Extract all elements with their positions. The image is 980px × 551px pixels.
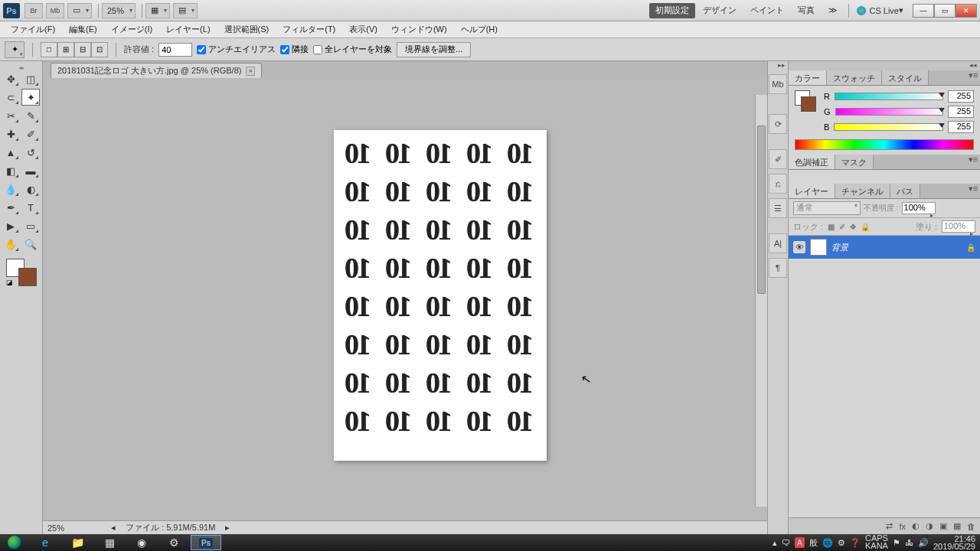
dodge-tool[interactable]: ◐ bbox=[21, 181, 40, 197]
layer-thumbnail[interactable] bbox=[810, 239, 827, 256]
menu-image[interactable]: イメージ(I) bbox=[105, 21, 158, 37]
screen-mode-dropdown[interactable]: ▭ bbox=[67, 3, 92, 18]
ime-icon2[interactable]: ⚙ bbox=[838, 538, 845, 548]
document-tab[interactable]: 20181031記念ロゴ 大きい方.jpg @ 25% (RGB/8) × bbox=[51, 63, 262, 78]
menu-help[interactable]: ヘルプ(H) bbox=[455, 21, 504, 37]
g-slider[interactable] bbox=[835, 108, 943, 116]
group-icon[interactable]: ▣ bbox=[939, 521, 947, 531]
task-chrome[interactable]: ◉ bbox=[126, 535, 157, 550]
selection-new[interactable]: □ bbox=[41, 42, 57, 57]
ime-caps[interactable]: CAPSKANA bbox=[865, 535, 888, 550]
pen-tool[interactable]: ✒ bbox=[2, 199, 20, 216]
workspace-design[interactable]: デザイン bbox=[697, 3, 743, 18]
tab-adjustments[interactable]: 色調補正 bbox=[789, 155, 835, 169]
task-ie[interactable]: e bbox=[30, 535, 60, 550]
layers-panel-menu-icon[interactable]: ▾≡ bbox=[966, 184, 980, 198]
current-tool-icon[interactable]: ✦ bbox=[5, 41, 24, 58]
b-slider[interactable] bbox=[834, 123, 943, 131]
tab-color[interactable]: カラー bbox=[789, 70, 827, 85]
color-panel-menu-icon[interactable]: ▾≡ bbox=[966, 70, 980, 85]
ime-a-icon[interactable]: A bbox=[795, 537, 805, 548]
delete-layer-icon[interactable]: 🗑 bbox=[967, 522, 975, 531]
default-colors-icon[interactable]: ◪ bbox=[6, 279, 13, 286]
ime-icon1[interactable]: 🌐 bbox=[822, 538, 833, 548]
panel-bg-swatch[interactable] bbox=[801, 96, 816, 112]
g-value[interactable]: 255 bbox=[948, 106, 974, 118]
tolerance-input[interactable] bbox=[158, 43, 192, 57]
gradient-tool[interactable]: ▬ bbox=[21, 162, 40, 179]
tab-layers[interactable]: レイヤー bbox=[789, 184, 835, 198]
fx-icon[interactable]: fx bbox=[899, 522, 906, 531]
tray-flag-icon[interactable]: ⚑ bbox=[893, 538, 900, 548]
background-color[interactable] bbox=[18, 268, 37, 286]
character-panel-icon[interactable]: A| bbox=[769, 233, 787, 253]
mask-icon[interactable]: ◐ bbox=[912, 521, 920, 531]
ime-han[interactable]: 般 bbox=[809, 537, 818, 549]
tray-network-icon[interactable]: 🖧 bbox=[905, 538, 913, 547]
minibridge-panel-icon[interactable]: Mb bbox=[769, 74, 787, 94]
arrange-dropdown[interactable]: ▦ bbox=[145, 3, 170, 18]
menu-layer[interactable]: レイヤー(L) bbox=[160, 21, 216, 37]
stamp-tool[interactable]: ▲ bbox=[2, 144, 20, 161]
tray-bubble-icon[interactable]: 🗨 bbox=[782, 538, 790, 547]
history-brush-tool[interactable]: ↺ bbox=[21, 144, 40, 161]
eraser-tool[interactable]: ◧ bbox=[2, 162, 20, 179]
tab-swatches[interactable]: スウォッチ bbox=[827, 70, 882, 85]
status-arrow-left[interactable]: ◂ bbox=[109, 523, 118, 533]
menu-edit[interactable]: 編集(E) bbox=[63, 21, 103, 37]
tray-clock[interactable]: 21:462019/05/29 bbox=[933, 535, 975, 550]
workspace-paint[interactable]: ペイント bbox=[744, 3, 790, 18]
canvas[interactable]: 1010101010101010101010101010101010101010… bbox=[334, 130, 547, 461]
all-layers-checkbox[interactable]: 全レイヤーを対象 bbox=[313, 44, 392, 55]
blur-tool[interactable]: 💧 bbox=[2, 181, 20, 197]
lock-position-icon[interactable]: ✥ bbox=[850, 223, 856, 231]
workspace-more[interactable]: ≫ bbox=[822, 3, 844, 18]
task-explorer[interactable]: 📁 bbox=[62, 535, 93, 550]
lasso-tool[interactable]: ⊂ bbox=[2, 89, 20, 106]
zoom-dropdown[interactable]: 25% bbox=[102, 3, 136, 18]
healing-tool[interactable]: ✚ bbox=[2, 126, 20, 142]
refine-edge-button[interactable]: 境界線を調整... bbox=[397, 42, 471, 57]
link-layers-icon[interactable]: ⇄ bbox=[886, 521, 893, 531]
panel-collapse-icon[interactable]: ◂◂ bbox=[789, 61, 980, 70]
marquee-tool[interactable]: ◫ bbox=[21, 70, 40, 87]
layer-row[interactable]: 👁 背景 🔒 bbox=[789, 236, 980, 259]
type-tool[interactable]: T bbox=[21, 199, 40, 216]
adjust-panel-menu-icon[interactable]: ▾≡ bbox=[966, 155, 980, 169]
brush-panel-icon[interactable]: ✐ bbox=[769, 149, 787, 169]
magic-wand-tool[interactable]: ✦ bbox=[21, 89, 40, 106]
selection-intersect[interactable]: ⊡ bbox=[91, 42, 108, 57]
lock-brush-icon[interactable]: ✐ bbox=[839, 223, 845, 231]
status-zoom[interactable]: 25% bbox=[47, 523, 101, 533]
visibility-icon[interactable]: 👁 bbox=[793, 241, 805, 253]
antialias-checkbox[interactable]: アンチエイリアス bbox=[197, 44, 276, 55]
close-button[interactable]: ✕ bbox=[956, 4, 977, 18]
tab-masks[interactable]: マスク bbox=[835, 155, 874, 169]
menu-filter[interactable]: フィルター(T) bbox=[276, 21, 341, 37]
menu-file[interactable]: ファイル(F) bbox=[5, 21, 61, 37]
paragraph-panel-icon[interactable]: ¶ bbox=[769, 258, 787, 278]
contiguous-checkbox[interactable]: 隣接 bbox=[280, 44, 309, 55]
eyedropper-tool[interactable]: ✎ bbox=[21, 107, 40, 124]
new-layer-icon[interactable]: ▦ bbox=[953, 521, 961, 531]
workspace-photo[interactable]: 写真 bbox=[792, 3, 821, 18]
move-tool[interactable]: ✥ bbox=[2, 70, 20, 87]
history-panel-icon[interactable]: ⟳ bbox=[769, 114, 787, 134]
bridge-button[interactable]: Br bbox=[24, 3, 43, 18]
path-select-tool[interactable]: ▶ bbox=[2, 217, 20, 234]
tab-styles[interactable]: スタイル bbox=[882, 70, 929, 85]
zoom-tool[interactable]: 🔍 bbox=[21, 236, 40, 253]
brushpreset-panel-icon[interactable]: ☰ bbox=[769, 198, 787, 218]
r-slider[interactable] bbox=[835, 93, 943, 100]
workspace-essentials[interactable]: 初期設定 bbox=[649, 3, 695, 18]
tab-channels[interactable]: チャンネル bbox=[835, 184, 890, 198]
cs-live-button[interactable]: CS Live ▾ bbox=[857, 5, 903, 15]
canvas-viewport[interactable]: 1010101010101010101010101010101010101010… bbox=[43, 78, 767, 520]
selection-subtract[interactable]: ⊟ bbox=[74, 42, 91, 57]
task-photoshop[interactable]: Ps bbox=[191, 535, 221, 550]
blend-mode-dropdown[interactable]: 通常 bbox=[793, 201, 861, 215]
r-value[interactable]: 255 bbox=[948, 90, 974, 103]
tab-paths[interactable]: パス bbox=[890, 184, 920, 198]
tray-chevron-icon[interactable]: ▴ bbox=[773, 538, 777, 548]
adjustment-layer-icon[interactable]: ◑ bbox=[926, 521, 933, 531]
